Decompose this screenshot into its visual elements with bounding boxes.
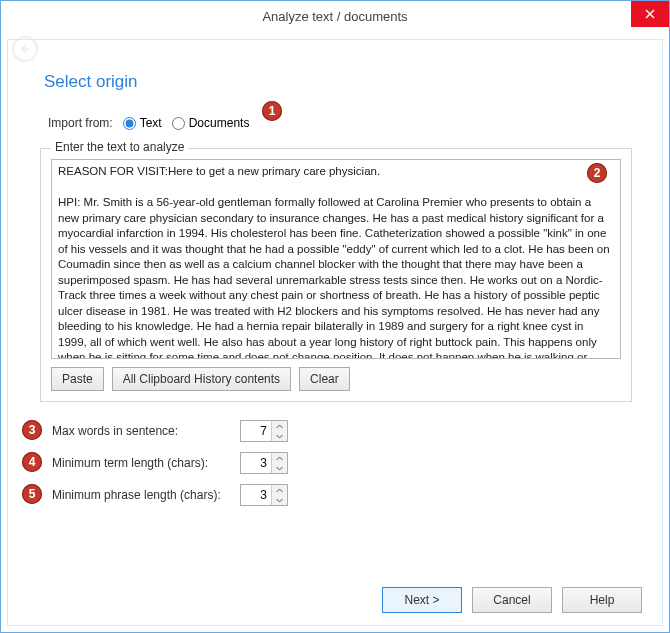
spinner-arrows [271,485,287,505]
spinner-up[interactable] [272,453,287,463]
text-buttons-row: Paste All Clipboard History contents Cle… [51,367,621,391]
radio-text-input[interactable] [123,117,136,130]
analyze-text-input[interactable] [51,159,621,359]
min-term-label: Minimum term length (chars): [52,456,232,470]
next-button[interactable]: Next > [382,587,462,613]
callout-4: 4 [22,452,42,472]
max-words-label: Max words in sentence: [52,424,232,438]
import-from-row: Import from: Text Documents 1 [48,116,632,130]
spinner-arrows [271,453,287,473]
help-button[interactable]: Help [562,587,642,613]
param-min-term-row: 4 Minimum term length (chars): [52,452,632,474]
callout-1: 1 [262,101,282,121]
chevron-up-icon [276,488,283,493]
close-icon [645,9,655,19]
footer-buttons: Next > Cancel Help [382,587,642,613]
spinner-down[interactable] [272,463,287,473]
callout-3: 3 [22,420,42,440]
titlebar: Analyze text / documents [1,1,669,31]
callout-5: 5 [22,484,42,504]
clipboard-history-button[interactable]: All Clipboard History contents [112,367,291,391]
spinner-down[interactable] [272,495,287,505]
max-words-input[interactable] [241,421,271,441]
clear-button[interactable]: Clear [299,367,350,391]
paste-button[interactable]: Paste [51,367,104,391]
content-area: Select origin Import from: Text Document… [7,39,663,626]
text-fieldset: Enter the text to analyze 2 Paste All Cl… [40,148,632,402]
dialog-window: Analyze text / documents Select origin I… [0,0,670,633]
close-button[interactable] [631,1,669,27]
param-max-words-row: 3 Max words in sentence: [52,420,632,442]
spinner-up[interactable] [272,485,287,495]
min-term-input[interactable] [241,453,271,473]
window-title: Analyze text / documents [262,9,407,24]
min-phrase-label: Minimum phrase length (chars): [52,488,232,502]
chevron-up-icon [276,456,283,461]
radio-text[interactable]: Text [123,116,162,130]
radio-documents[interactable]: Documents [172,116,250,130]
min-term-spinner[interactable] [240,452,288,474]
chevron-up-icon [276,424,283,429]
min-phrase-spinner[interactable] [240,484,288,506]
spinner-down[interactable] [272,431,287,441]
chevron-down-icon [276,434,283,439]
chevron-down-icon [276,466,283,471]
spinner-up[interactable] [272,421,287,431]
max-words-spinner[interactable] [240,420,288,442]
chevron-down-icon [276,498,283,503]
min-phrase-input[interactable] [241,485,271,505]
radio-documents-label: Documents [189,116,250,130]
page-heading: Select origin [44,72,632,92]
radio-documents-input[interactable] [172,117,185,130]
import-from-label: Import from: [48,116,113,130]
cancel-button[interactable]: Cancel [472,587,552,613]
radio-text-label: Text [140,116,162,130]
callout-2: 2 [587,163,607,183]
spinner-arrows [271,421,287,441]
fieldset-legend: Enter the text to analyze [51,140,188,154]
param-min-phrase-row: 5 Minimum phrase length (chars): [52,484,632,506]
